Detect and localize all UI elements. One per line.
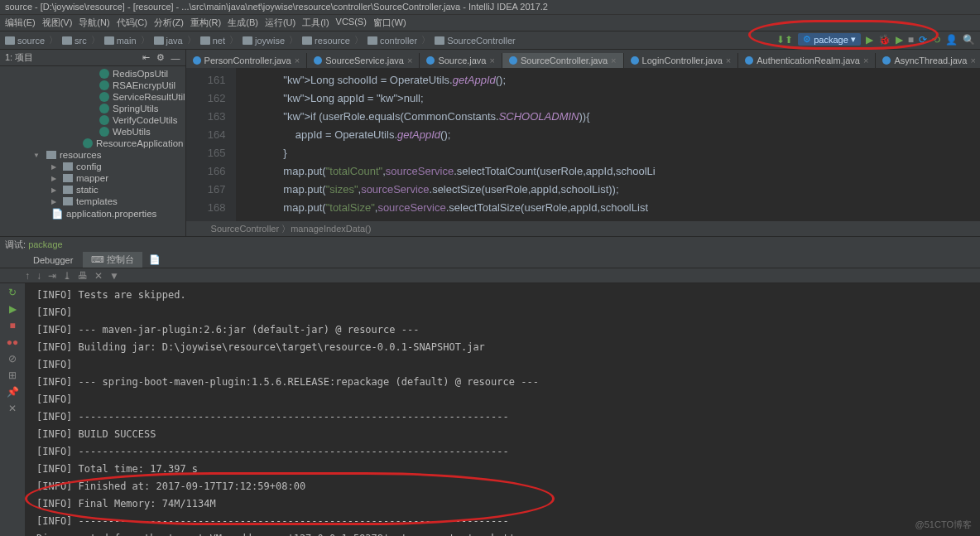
menu-item[interactable]: 编辑(E) <box>5 17 36 29</box>
gear-icon: ⚙ <box>803 34 811 45</box>
crumb-segment[interactable]: java <box>166 36 183 46</box>
run-config-selector[interactable]: ⚙ package ▾ <box>798 33 861 46</box>
chevron-down-icon: ▾ <box>851 34 856 45</box>
folder-icon <box>368 36 377 45</box>
update-icon[interactable]: ⟳ <box>919 34 927 46</box>
class-icon <box>99 115 109 125</box>
coverage-icon[interactable]: ▶ <box>896 34 903 46</box>
crumb-segment[interactable]: src <box>74 36 87 46</box>
crumb-segment[interactable]: controller <box>380 36 417 46</box>
tree-folder[interactable]: config <box>33 161 185 172</box>
editor-tab[interactable]: AsyncThread.java× <box>876 53 980 68</box>
project-tool-window: 1: 项目 ⇤ ⚙ — RedisOpsUtil RSAEncrypUtil S… <box>0 50 186 236</box>
tree-folder[interactable]: templates <box>33 196 185 207</box>
folder-icon <box>63 162 73 171</box>
hide-icon[interactable]: — <box>171 53 180 63</box>
crumb-segment[interactable]: net <box>213 36 225 46</box>
folder-icon <box>46 151 56 159</box>
folder-icon <box>154 36 164 45</box>
editor-tab[interactable]: AuthenticationRealm.java× <box>738 53 876 68</box>
close-icon[interactable]: × <box>489 56 494 65</box>
tree-file[interactable]: 📄 application.properties <box>33 207 185 220</box>
editor-tab[interactable]: SourceService.java× <box>307 53 420 68</box>
class-icon <box>426 56 435 65</box>
tab-debugger[interactable]: Debugger <box>25 254 81 267</box>
clear-icon[interactable]: ✕ <box>94 270 103 281</box>
menu-item[interactable]: VCS(S) <box>336 17 367 29</box>
print-icon[interactable]: 🖶 <box>78 270 88 281</box>
code-editor[interactable]: 161162163164165166167168 "kw">Long schoo… <box>186 68 980 221</box>
log-icon[interactable]: 📄 <box>149 254 161 265</box>
tree-folder[interactable]: static <box>33 184 185 196</box>
view-bp-icon[interactable]: ●● <box>7 336 19 348</box>
code-breadcrumb[interactable]: SourceController 〉manageIndexData() <box>186 221 980 236</box>
project-header[interactable]: 1: 项目 ⇤ ⚙ — <box>0 50 185 66</box>
close2-icon[interactable]: ✕ <box>8 403 17 414</box>
console-output[interactable]: [INFO] Tests are skipped. [INFO] [INFO] … <box>25 283 980 536</box>
close-icon[interactable]: × <box>726 56 731 65</box>
debug-side-toolbar: ↻ ▶ ■ ●● ⊘ ⊞ 📌 ✕ <box>0 283 25 536</box>
menu-item[interactable]: 生成(B) <box>228 17 258 29</box>
run-toolbar: ⬇⬆ ⚙ package ▾ ▶ 🐞 ▶ ■ ⟳ ⟲ 👤 🔍 <box>776 33 975 46</box>
close-icon[interactable]: × <box>863 56 868 65</box>
resume-icon[interactable]: ▶ <box>9 303 17 315</box>
debug-icon[interactable]: 🐞 <box>878 34 891 46</box>
folder-icon <box>63 174 73 182</box>
menu-item[interactable]: 视图(V) <box>42 17 73 29</box>
tree-file[interactable]: SpringUtils <box>33 103 185 114</box>
crumb-segment[interactable]: SourceController <box>447 36 516 46</box>
tab-console[interactable]: ⌨ 控制台 <box>83 252 142 268</box>
editor-tab[interactable]: Source.java× <box>420 53 502 68</box>
menu-item[interactable]: 工具(I) <box>302 17 329 29</box>
tree-file[interactable]: VerifyCodeUtils <box>33 114 185 126</box>
main-menu: 编辑(E)视图(V)导航(N)代码(C)分析(Z)重构(R)生成(B)运行(U)… <box>0 15 980 31</box>
menu-item[interactable]: 运行(U) <box>265 17 295 29</box>
tree-folder[interactable]: resources <box>33 149 185 161</box>
close-icon[interactable]: × <box>970 56 975 65</box>
menu-item[interactable]: 导航(N) <box>79 17 109 29</box>
class-icon <box>509 56 517 65</box>
crumb-segment[interactable]: joywise <box>255 36 285 46</box>
menu-item[interactable]: 重构(R) <box>190 17 221 29</box>
menu-item[interactable]: 代码(C) <box>117 17 147 29</box>
tree-file[interactable]: ServiceResultUtil <box>33 91 185 103</box>
tree-file[interactable]: RedisOpsUtil <box>33 68 185 80</box>
editor-tab[interactable]: PersonController.java× <box>186 53 308 68</box>
class-icon <box>631 56 639 65</box>
close-icon[interactable]: × <box>611 56 616 65</box>
stop2-icon[interactable]: ■ <box>9 320 15 331</box>
tree-file[interactable]: ResourceApplication <box>33 138 185 149</box>
run-icon[interactable]: ▶ <box>866 34 873 46</box>
menu-item[interactable]: 分析(Z) <box>154 17 184 29</box>
crumb-segment[interactable]: main <box>117 36 137 46</box>
stop-icon[interactable]: ■ <box>908 34 914 46</box>
editor-tab[interactable]: LoginController.java× <box>624 53 739 68</box>
project-tree[interactable]: RedisOpsUtil RSAEncrypUtil ServiceResult… <box>0 66 185 236</box>
tree-file[interactable]: RSAEncrypUtil <box>33 80 185 91</box>
menu-item[interactable]: 窗口(W) <box>373 17 406 29</box>
collapse-icon[interactable]: ⇤ <box>142 52 150 63</box>
wrap-icon[interactable]: ⇥ <box>48 270 56 281</box>
editor-tab[interactable]: SourceController.java× <box>502 53 624 68</box>
sync-icon[interactable]: ⟲ <box>932 34 940 46</box>
pin-icon[interactable]: 📌 <box>7 386 19 398</box>
scroll-icon[interactable]: ⤓ <box>63 270 71 281</box>
tree-file[interactable]: WebUtils <box>33 126 185 138</box>
build-icon[interactable]: ⬇⬆ <box>776 34 793 46</box>
crumb-segment[interactable]: source <box>17 36 45 46</box>
tree-folder[interactable]: mapper <box>33 172 185 184</box>
mute-bp-icon[interactable]: ⊘ <box>8 353 17 365</box>
avatar-icon[interactable]: 👤 <box>945 34 958 46</box>
source-code[interactable]: "kw">Long schoolId = OperateUtils.getApp… <box>236 68 980 221</box>
close-icon[interactable]: × <box>407 56 412 65</box>
up-icon[interactable]: ↑ <box>25 270 30 281</box>
filter-icon[interactable]: ▼ <box>109 270 119 281</box>
search-icon[interactable]: 🔍 <box>963 34 975 46</box>
close-icon[interactable]: × <box>295 56 300 65</box>
down-icon[interactable]: ↓ <box>36 270 41 281</box>
crumb-segment[interactable]: resource <box>315 36 350 46</box>
layout-icon[interactable]: ⊞ <box>8 369 17 381</box>
rerun-icon[interactable]: ↻ <box>8 287 17 298</box>
folder-icon <box>435 36 444 45</box>
settings-icon[interactable]: ⚙ <box>156 52 165 63</box>
